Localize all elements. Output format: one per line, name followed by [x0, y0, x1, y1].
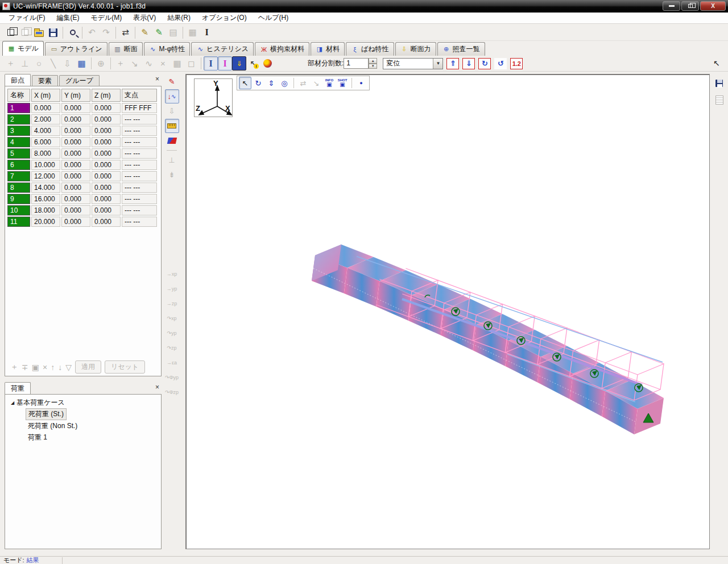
- zoom-view-icon[interactable]: ◎: [278, 77, 291, 89]
- support-edit-icon: ▽: [65, 363, 72, 372]
- dof-xp-translation-icon: →xp: [165, 267, 179, 281]
- section-editor-icon[interactable]: I: [200, 26, 214, 40]
- material-ball-icon[interactable]: [260, 56, 275, 70]
- open-icon[interactable]: [32, 26, 46, 40]
- load-case-tree: ◢ 基本荷重ケース 死荷重 (St.) 死荷重 (Non St.) 荷重 1: [5, 395, 161, 445]
- table-row: 1018.0000.0000.000--- ---: [7, 205, 157, 215]
- close-icon[interactable]: ×: [155, 383, 159, 391]
- division-spinner[interactable]: ▲▼: [369, 58, 377, 69]
- tab-nodes[interactable]: 節点: [5, 74, 31, 86]
- menu-edit[interactable]: 編集(E): [51, 12, 84, 24]
- orbit-icon[interactable]: ↻: [252, 77, 264, 89]
- tab-section-force[interactable]: ⇩断面力: [395, 42, 436, 56]
- move-up-icon: ↑: [51, 363, 55, 372]
- tab-material[interactable]: ◨材料: [311, 42, 345, 56]
- scale-badge[interactable]: 1.2: [510, 58, 523, 69]
- tab-spring[interactable]: ξばね特性: [346, 42, 394, 56]
- workspace: 節点 要素 グループ × 名称 X (m) Y (m) Z (m) 支点 10.…: [0, 72, 728, 555]
- mass-icon: ○: [32, 56, 46, 70]
- section-view-toggle[interactable]: I: [218, 56, 232, 70]
- tab-load[interactable]: 荷重: [5, 382, 31, 394]
- solid-view-toggle[interactable]: I: [204, 56, 218, 70]
- result-diagram-toggle[interactable]: ↓∿: [165, 89, 179, 103]
- expander-icon[interactable]: ◢: [11, 400, 14, 405]
- edit-report-icon[interactable]: ✎: [138, 26, 152, 40]
- envelope-icon: ⇟: [165, 168, 179, 182]
- tab-check-list[interactable]: ⊕照査一覧: [437, 42, 485, 56]
- reset-button[interactable]: リセット: [105, 360, 145, 374]
- menu-help[interactable]: ヘルプ(H): [253, 12, 294, 24]
- render-mode-icon[interactable]: ⇓: [232, 56, 246, 70]
- scale-up-icon[interactable]: ⇑: [446, 58, 459, 69]
- viewport-3d[interactable]: Y Z X ↖ ↻ ⇕ ◎ ⇄ ↘ INFO▣ SHOT▣ ●: [185, 74, 710, 549]
- new-model-icon[interactable]: [3, 26, 18, 40]
- deformed-beam-render: [186, 74, 709, 549]
- m-phi-curve-icon: ∿: [149, 45, 157, 53]
- axis-indicator: Y Z X: [194, 78, 233, 117]
- report-view-icon[interactable]: [712, 93, 726, 107]
- point-size-icon[interactable]: ●: [355, 77, 367, 89]
- export-image-icon[interactable]: [712, 76, 726, 90]
- split-member-icon: ×: [156, 56, 170, 70]
- calculator-icon: ▦: [185, 26, 200, 40]
- dimension-toggle[interactable]: [165, 119, 179, 133]
- save-icon[interactable]: [46, 26, 60, 40]
- division-input[interactable]: 1: [344, 58, 369, 69]
- menu-view[interactable]: 表示(V): [128, 12, 161, 24]
- contour-flag-icon[interactable]: [165, 134, 179, 148]
- tree-item-dead-load-st[interactable]: 死荷重 (St.): [26, 408, 67, 420]
- info-camera-icon[interactable]: INFO▣: [323, 77, 336, 89]
- scale-down-icon[interactable]: ⇓: [462, 58, 475, 69]
- menu-file[interactable]: ファイル(F): [3, 12, 50, 24]
- apply-button[interactable]: 適用: [75, 360, 101, 374]
- col-header-y: Y (m): [61, 89, 90, 102]
- insert-row-icon: ∓: [22, 363, 28, 372]
- select-cursor-icon[interactable]: ↖: [239, 77, 251, 89]
- dof-strain-icon: →εa: [165, 356, 179, 370]
- minimize-button[interactable]: [663, 1, 680, 11]
- spin-up-icon[interactable]: ▲: [369, 58, 377, 64]
- export-result-icon: ⇩: [165, 104, 179, 118]
- edit-report2-icon[interactable]: ✎: [152, 26, 166, 40]
- print-preview-icon[interactable]: [65, 26, 80, 40]
- col-header-x: X (m): [31, 89, 60, 102]
- pan-icon[interactable]: ⇕: [265, 77, 278, 89]
- rotate-left-icon[interactable]: ↻: [478, 58, 491, 69]
- tree-item-load-1[interactable]: 荷重 1: [26, 432, 49, 443]
- minimize-icon: [669, 5, 675, 7]
- annotate-brush-icon[interactable]: ✎: [165, 74, 179, 89]
- load-panel: 荷重 × ◢ 基本荷重ケース 死荷重 (St.) 死荷重 (Non St.) 荷…: [5, 382, 162, 549]
- shot-camera-icon[interactable]: SHOT▣: [336, 77, 349, 89]
- menu-result[interactable]: 結果(R): [162, 12, 196, 24]
- menu-options[interactable]: オプション(O): [197, 12, 252, 24]
- undo-icon: ↶: [85, 26, 99, 40]
- numbering-icon[interactable]: ⇄: [118, 26, 133, 40]
- walk-view-icon: ↘: [310, 77, 322, 89]
- tab-confined-material[interactable]: Ж横拘束材料: [255, 42, 309, 56]
- add-node-icon: ＋: [3, 56, 18, 70]
- tab-model[interactable]: ▦モデル: [2, 41, 44, 56]
- title-bar: UC-win/FRAME(3D) Ver.4.00.01 - job1.f3d …: [0, 0, 728, 13]
- tab-section[interactable]: ▥断面: [109, 42, 143, 56]
- tab-outline[interactable]: ▭アウトライン: [45, 42, 107, 56]
- delete-row-icon: ×: [43, 363, 47, 372]
- rotate-free-icon[interactable]: ↺: [494, 58, 507, 69]
- info-cursor-icon[interactable]: ↖i: [246, 56, 260, 70]
- pick-cursor-icon[interactable]: ↖: [713, 59, 720, 68]
- table-export-icon[interactable]: ▦: [75, 56, 89, 70]
- tab-hysteresis[interactable]: ∿ヒステリシス: [191, 42, 254, 56]
- axis-z-label: Z: [196, 104, 200, 113]
- tab-groups[interactable]: グループ: [59, 75, 100, 86]
- tree-item-dead-load-non-st[interactable]: 死荷重 (Non St.): [26, 421, 80, 432]
- restore-button[interactable]: [681, 1, 699, 11]
- close-icon: X: [711, 3, 715, 9]
- tab-elements[interactable]: 要素: [32, 75, 58, 86]
- tab-m-phi[interactable]: ∿M-φ特性: [144, 42, 191, 56]
- close-icon[interactable]: ×: [155, 75, 159, 83]
- result-mode-select[interactable]: 変位 ▼: [383, 58, 443, 69]
- tree-root-basic-load-cases[interactable]: ◢ 基本荷重ケース: [11, 398, 159, 408]
- view-toolbar: ↖ ↻ ⇕ ◎ ⇄ ↘ INFO▣ SHOT▣ ●: [237, 76, 370, 90]
- spin-down-icon[interactable]: ▼: [369, 64, 377, 69]
- menu-model[interactable]: モデル(M): [85, 12, 127, 24]
- close-button[interactable]: X: [700, 1, 726, 11]
